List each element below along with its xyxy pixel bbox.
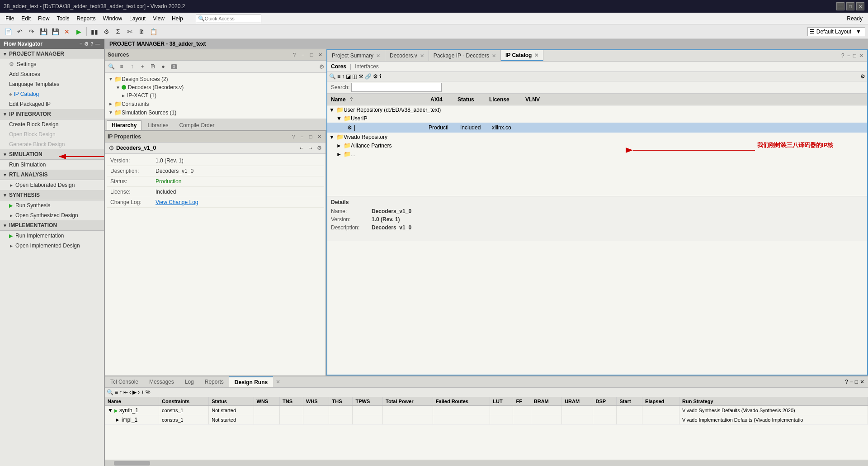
ip-props-close-btn[interactable]: ✕ bbox=[316, 133, 323, 140]
dr-next-btn[interactable]: › bbox=[138, 389, 140, 395]
menu-help[interactable]: Help bbox=[168, 14, 187, 23]
sources-file-btn[interactable]: 🖹 bbox=[148, 62, 157, 71]
ip-props-back-btn[interactable]: ← bbox=[299, 145, 304, 151]
nav-item-add-sources[interactable]: Add Sources bbox=[0, 69, 104, 79]
decoders-v-close[interactable]: ✕ bbox=[420, 53, 424, 59]
ip-catalog-close[interactable]: ✕ bbox=[534, 52, 538, 58]
maximize-button[interactable]: □ bbox=[846, 2, 854, 10]
bottom-close-btn[interactable]: ✕ bbox=[860, 379, 864, 385]
tree-constraints[interactable]: ► 📁 Constraints bbox=[107, 100, 325, 108]
menu-edit[interactable]: Edit bbox=[18, 14, 34, 23]
dr-first-btn[interactable]: ⇤ bbox=[123, 389, 128, 395]
sources-min-btn[interactable]: − bbox=[299, 51, 307, 58]
close-button[interactable]: ✕ bbox=[856, 2, 864, 10]
bottom-tab-close[interactable]: ✕ bbox=[273, 377, 283, 387]
dr-filter-btn[interactable]: ≡ bbox=[115, 389, 118, 395]
ip-props-help-btn[interactable]: ? bbox=[290, 133, 297, 140]
bottom-tab-tcl[interactable]: Tcl Console bbox=[105, 377, 144, 387]
ip-filter6-btn[interactable]: 🔗 bbox=[365, 73, 372, 80]
nav-gear-btn[interactable]: ⚙ bbox=[84, 41, 89, 47]
run-button[interactable]: ▶ bbox=[73, 26, 84, 37]
ip-filter5-btn[interactable]: ⚒ bbox=[359, 73, 363, 80]
menu-flow[interactable]: Flow bbox=[34, 14, 53, 23]
sources-up-btn[interactable]: ↑ bbox=[127, 62, 137, 71]
ip-cores-tab[interactable]: Cores bbox=[331, 63, 346, 70]
dr-play-btn[interactable]: ▶ bbox=[132, 389, 137, 395]
nav-item-run-implementation[interactable]: ▶ Run Implementation bbox=[0, 231, 104, 241]
nav-item-ip-catalog[interactable]: ♠ IP Catalog bbox=[0, 89, 104, 99]
dr-search-btn[interactable]: 🔍 bbox=[107, 389, 113, 395]
sources-close-btn[interactable]: ✕ bbox=[316, 51, 324, 58]
tab-max-btn[interactable]: □ bbox=[853, 52, 856, 59]
bottom-help-btn[interactable]: ? bbox=[845, 379, 848, 385]
sources-gear-btn[interactable]: ⚙ bbox=[319, 63, 325, 70]
ip-filter1-btn[interactable]: ≡ bbox=[337, 73, 340, 80]
nav-item-open-implemented-design[interactable]: ► Open Implemented Design bbox=[0, 241, 104, 251]
nav-item-create-block-design[interactable]: Create Block Design bbox=[0, 119, 104, 129]
layout-select[interactable]: ☰ Default Layout ▼ bbox=[807, 27, 865, 36]
table-row[interactable]: ▼ ▶ synth_1 constrs_1 Not started bbox=[105, 406, 868, 415]
prop-changelog-value[interactable]: View Change Log bbox=[156, 199, 198, 205]
prog-button[interactable]: ▮▮ bbox=[89, 26, 100, 37]
tab-hierarchy[interactable]: Hierarchy bbox=[107, 120, 142, 130]
nav-item-language-templates[interactable]: Language Templates bbox=[0, 79, 104, 89]
save-button[interactable]: 💾 bbox=[38, 26, 49, 37]
table-row[interactable]: ► impl_1 constrs_1 Not started bbox=[105, 415, 868, 425]
bottom-min-btn[interactable]: − bbox=[850, 379, 853, 385]
ip-info-btn[interactable]: ℹ bbox=[379, 73, 382, 80]
scrollbar-thumb[interactable] bbox=[114, 461, 150, 466]
quick-access-input[interactable] bbox=[205, 16, 259, 21]
tree-alliance-partners[interactable]: ► 📁 Alliance Partners bbox=[327, 141, 867, 150]
sources-help-btn[interactable]: ? bbox=[291, 51, 298, 58]
bottom-tab-reports[interactable]: Reports bbox=[199, 377, 229, 387]
nav-section-header-implementation[interactable]: ▼ IMPLEMENTATION bbox=[0, 220, 104, 231]
tree-more-item[interactable]: ► 📁 ... bbox=[327, 150, 867, 158]
nav-item-settings[interactable]: ⚙ Settings bbox=[0, 59, 104, 69]
tab-close-panel-btn[interactable]: ✕ bbox=[859, 52, 863, 59]
menu-layout[interactable]: Layout bbox=[126, 14, 149, 23]
ip-settings-btn[interactable]: ⚙ bbox=[373, 73, 378, 80]
sources-circle-btn[interactable]: ● bbox=[159, 62, 168, 71]
menu-reports[interactable]: Reports bbox=[73, 14, 99, 23]
nav-item-run-simulation[interactable]: Run Simulation bbox=[0, 160, 104, 170]
bottom-tab-log[interactable]: Log bbox=[179, 377, 199, 387]
menu-view[interactable]: View bbox=[149, 14, 168, 23]
dr-prev-btn[interactable]: ‹ bbox=[129, 389, 131, 395]
quick-access-search[interactable]: 🔍 bbox=[196, 14, 261, 23]
tree-user-ip[interactable]: ▼ 📁 UserIP bbox=[327, 114, 867, 123]
project-summary-close[interactable]: ✕ bbox=[376, 53, 380, 59]
dr-add-btn[interactable]: + bbox=[141, 389, 144, 395]
nav-section-header-simulation[interactable]: ▼ SIMULATION bbox=[0, 149, 104, 160]
ip-props-max-btn[interactable]: □ bbox=[307, 133, 314, 140]
ip-props-fwd-btn[interactable]: → bbox=[308, 145, 313, 151]
tab-help-btn[interactable]: ? bbox=[841, 52, 844, 59]
menu-file[interactable]: File bbox=[2, 14, 18, 23]
menu-window[interactable]: Window bbox=[99, 14, 126, 23]
ip-props-min-btn[interactable]: − bbox=[298, 133, 306, 140]
menu-tools[interactable]: Tools bbox=[53, 14, 73, 23]
ip-interfaces-tab[interactable]: Interfaces bbox=[355, 63, 379, 70]
tree-ip-row[interactable]: ⚙ | Producti Included xilinx.co bbox=[327, 123, 867, 133]
tab-package-ip[interactable]: Package IP - Decoders ✕ bbox=[429, 50, 501, 61]
nav-item-edit-packaged-ip[interactable]: Edit Packaged IP bbox=[0, 99, 104, 109]
nav-close-btn[interactable]: — bbox=[95, 41, 100, 47]
sources-panel-body[interactable]: ▼ 📁 Design Sources (2) ▼ Decoders (Decod… bbox=[105, 73, 326, 119]
nav-item-open-block-design[interactable]: Open Block Design bbox=[0, 129, 104, 139]
undo-button[interactable]: ↶ bbox=[14, 26, 25, 37]
nav-section-header-synthesis[interactable]: ▼ SYNTHESIS bbox=[0, 190, 104, 200]
tab-compile-order[interactable]: Compile Order bbox=[174, 120, 219, 130]
tab-project-summary[interactable]: Project Summary ✕ bbox=[327, 50, 385, 61]
sources-filter-btn[interactable]: ≡ bbox=[117, 62, 126, 71]
nav-section-header-project[interactable]: ▼ PROJECT MANAGER bbox=[0, 49, 104, 59]
ip-props-gear-btn[interactable]: ⚙ bbox=[317, 145, 322, 151]
save-all-button[interactable]: 💾 bbox=[50, 26, 61, 37]
sources-max-btn[interactable]: □ bbox=[308, 51, 315, 58]
tree-sim-sources[interactable]: ▼ 📁 Simulation Sources (1) bbox=[107, 108, 325, 117]
ip-gear-btn[interactable]: ⚙ bbox=[860, 73, 865, 80]
bottom-scrollbar-h[interactable] bbox=[105, 460, 868, 466]
nav-item-generate-block-design[interactable]: Generate Block Design bbox=[0, 139, 104, 149]
nav-item-open-elaborated-design[interactable]: ► Open Elaborated Design bbox=[0, 180, 104, 190]
nav-item-run-synthesis[interactable]: ▶ Run Synthesis bbox=[0, 200, 104, 210]
bottom-panel-body[interactable]: Name Constraints Status WNS TNS WHS THS … bbox=[105, 397, 868, 460]
tree-ip-xact[interactable]: ► IP-XACT (1) bbox=[107, 91, 325, 100]
